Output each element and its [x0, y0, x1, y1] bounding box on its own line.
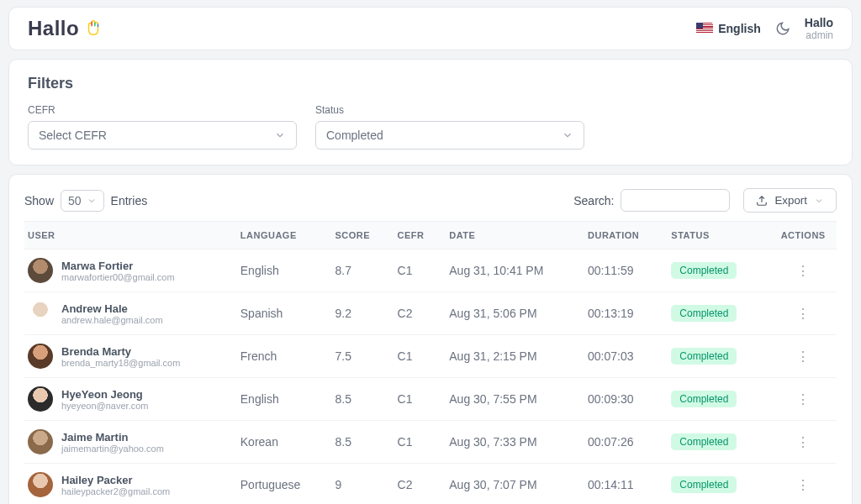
- status-badge: Completed: [671, 305, 737, 322]
- logo-text: Hallo: [28, 17, 79, 40]
- row-actions-menu[interactable]: ⋮: [791, 476, 815, 494]
- row-score: 7.5: [328, 335, 390, 378]
- search-wrap: Search:: [573, 189, 730, 212]
- table-row[interactable]: HyeYeon Jeong hyeyeon@naver.com English …: [24, 378, 837, 421]
- row-user-email: hyeyeon@naver.com: [61, 401, 149, 411]
- upload-icon: [756, 195, 768, 207]
- chevron-down-icon: [814, 196, 824, 206]
- entries-value: 50: [68, 194, 82, 207]
- row-actions-menu[interactable]: ⋮: [791, 262, 815, 280]
- status-badge: Completed: [671, 391, 737, 407]
- row-duration: 00:09:30: [581, 378, 664, 421]
- col-score[interactable]: SCORE: [328, 222, 390, 249]
- logo[interactable]: Hallo: [28, 17, 103, 40]
- cefr-select[interactable]: Select CEFR: [28, 121, 297, 150]
- topbar-right: English Hallo admin: [696, 16, 833, 41]
- row-language: Korean: [234, 421, 329, 464]
- row-language: French: [234, 335, 329, 378]
- export-label: Export: [774, 194, 807, 207]
- avatar: [28, 301, 53, 326]
- row-user-email: andrew.hale@gmail.com: [61, 315, 163, 325]
- row-score: 8.7: [328, 249, 390, 292]
- theme-toggle[interactable]: [774, 20, 791, 37]
- user-cell: Jaime Martin jaimemartin@yahoo.com: [28, 429, 227, 454]
- row-user-name: Jaime Martin: [61, 431, 164, 444]
- row-user-name: HyeYeon Jeong: [61, 388, 149, 401]
- row-user-email: brenda_marty18@gmail.com: [61, 358, 180, 368]
- entries-label: Entries: [111, 194, 148, 207]
- row-language: Spanish: [234, 292, 329, 335]
- row-duration: 00:14:11: [581, 464, 664, 505]
- table-row[interactable]: Marwa Fortier marwafortier00@gmail.com E…: [24, 249, 837, 292]
- row-actions-menu[interactable]: ⋮: [791, 391, 815, 408]
- row-date: Aug 30, 7:07 PM: [442, 464, 581, 505]
- row-cefr: C2: [391, 292, 443, 335]
- row-actions-menu[interactable]: ⋮: [791, 433, 815, 451]
- cefr-filter-label: CEFR: [28, 104, 297, 116]
- avatar: [28, 429, 53, 454]
- status-select-value: Completed: [326, 129, 383, 142]
- row-date: Aug 30, 7:55 PM: [442, 378, 581, 421]
- table-row[interactable]: Brenda Marty brenda_marty18@gmail.com Fr…: [24, 335, 837, 378]
- row-duration: 00:07:03: [581, 335, 664, 378]
- avatar: [28, 344, 53, 369]
- cefr-select-value: Select CEFR: [39, 129, 107, 142]
- col-date[interactable]: DATE: [442, 222, 581, 249]
- avatar: [28, 472, 53, 497]
- entries-select[interactable]: 50: [61, 190, 104, 212]
- top-bar: Hallo English Hallo admin: [8, 7, 853, 50]
- search-input[interactable]: [621, 189, 730, 212]
- header-user-name: Hallo: [805, 16, 833, 29]
- row-user-email: haileypacker2@gmail.com: [61, 486, 170, 496]
- user-cell: HyeYeon Jeong hyeyeon@naver.com: [28, 386, 227, 412]
- row-score: 9: [328, 464, 390, 505]
- col-language[interactable]: LANGUAGE: [234, 222, 329, 249]
- user-menu[interactable]: Hallo admin: [805, 16, 833, 41]
- user-cell: Marwa Fortier marwafortier00@gmail.com: [28, 258, 227, 283]
- row-language: Portuguese: [234, 464, 329, 505]
- col-duration[interactable]: DURATION: [581, 222, 664, 249]
- filters-card: Filters CEFR Select CEFR Status Complete…: [8, 59, 853, 165]
- status-badge: Completed: [671, 476, 737, 493]
- row-user-email: marwafortier00@gmail.com: [61, 272, 175, 282]
- user-cell: Hailey Packer haileypacker2@gmail.com: [28, 472, 227, 497]
- row-cefr: C1: [391, 421, 443, 464]
- filters-title: Filters: [28, 75, 833, 92]
- row-date: Aug 31, 5:06 PM: [442, 292, 581, 335]
- status-badge: Completed: [671, 433, 737, 450]
- avatar: [28, 258, 53, 283]
- chevron-down-icon: [562, 129, 573, 141]
- row-score: 8.5: [328, 421, 390, 464]
- row-date: Aug 30, 7:33 PM: [442, 421, 581, 464]
- moon-icon: [775, 21, 790, 36]
- export-button[interactable]: Export: [743, 188, 837, 213]
- user-cell: Andrew Hale andrew.hale@gmail.com: [28, 301, 227, 326]
- row-duration: 00:13:19: [581, 292, 664, 335]
- status-badge: Completed: [671, 348, 737, 365]
- row-duration: 00:11:59: [581, 249, 664, 292]
- status-badge: Completed: [671, 262, 737, 279]
- status-select[interactable]: Completed: [315, 121, 584, 150]
- row-actions-menu[interactable]: ⋮: [791, 348, 815, 365]
- col-user[interactable]: USER: [24, 222, 234, 249]
- row-score: 8.5: [328, 378, 390, 421]
- row-actions-menu[interactable]: ⋮: [791, 305, 815, 323]
- row-language: English: [234, 378, 329, 421]
- table-row[interactable]: Andrew Hale andrew.hale@gmail.com Spanis…: [24, 292, 837, 335]
- show-entries: Show 50 Entries: [24, 190, 147, 212]
- table-header-row: USER LANGUAGE SCORE CEFR DATE DURATION S…: [24, 222, 837, 249]
- row-user-name: Marwa Fortier: [61, 260, 175, 272]
- hand-icon: [84, 19, 103, 38]
- language-switcher[interactable]: English: [696, 22, 761, 35]
- row-score: 9.2: [328, 292, 390, 335]
- chevron-down-icon: [274, 129, 286, 141]
- col-status[interactable]: STATUS: [664, 222, 766, 249]
- row-cefr: C2: [391, 464, 443, 505]
- language-label: English: [718, 22, 761, 35]
- avatar: [28, 386, 53, 412]
- row-cefr: C1: [391, 378, 443, 421]
- col-cefr[interactable]: CEFR: [391, 222, 443, 249]
- row-cefr: C1: [391, 249, 443, 292]
- table-row[interactable]: Hailey Packer haileypacker2@gmail.com Po…: [24, 464, 837, 505]
- table-row[interactable]: Jaime Martin jaimemartin@yahoo.com Korea…: [24, 421, 837, 464]
